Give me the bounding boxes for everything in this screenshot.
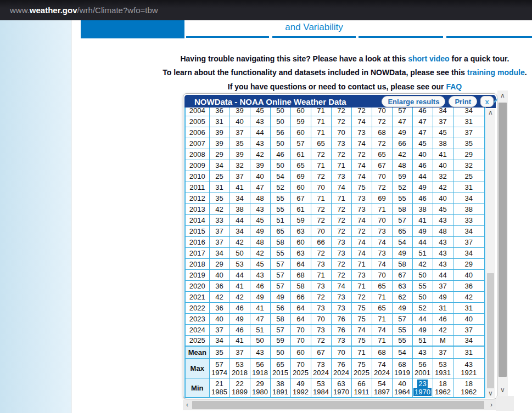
cell: 702025 [290,358,311,378]
cell: 57 [270,258,290,269]
cell: 39 [229,149,250,160]
table-row: 201734504255637273747349514334 [185,247,485,258]
faq-link[interactable]: FAQ [446,82,462,91]
cell: 71 [372,203,392,214]
scroll-down-icon[interactable]: ∨ [497,386,508,395]
cell: 44 [229,214,250,225]
cell: 37 [453,236,485,247]
table-scroll-thumb[interactable] [487,273,494,388]
cell: 75 [351,302,372,313]
cell: 47 [250,182,270,193]
cell: 70 [372,108,392,116]
scroll-left-icon[interactable]: ‹ [183,400,192,410]
enlarge-results-button[interactable]: Enlarge results [382,96,445,107]
short-video-link[interactable]: short video [408,54,449,63]
cell: 681919 [392,358,412,378]
cell: 73 [331,138,351,149]
tab-2[interactable] [186,36,269,38]
modal-title: NOWData - NOAA Online Weather Data [194,97,378,106]
scroll-up-icon[interactable]: ∧ [486,109,495,117]
cell: 221899 [229,378,250,398]
horizontal-scrollbar[interactable]: ‹ › [183,400,496,410]
row-label: 2012 [185,193,209,203]
cell: 46 [229,324,250,335]
cell: 37 [229,171,250,182]
cell: 46 [229,302,250,313]
cell: 71 [372,335,392,346]
training-module-link[interactable]: training module [467,68,525,77]
cell: 25 [209,171,229,182]
tab-4[interactable] [359,36,443,38]
cell: 25 [453,171,485,182]
table-row: 200739354350576573747266453835 [185,138,485,149]
tab-active[interactable] [81,20,184,38]
scroll-up-icon[interactable]: ∧ [497,92,508,100]
cell: 36 [209,108,229,116]
cell: 211985 [209,378,229,398]
cell: 57 [392,108,412,116]
row-label: 2011 [185,182,209,193]
cell: 58 [270,236,290,247]
cell: 46 [412,193,433,203]
horizontal-scroll-thumb[interactable] [192,401,484,409]
cell: 34 [209,335,229,346]
cell: 47 [412,127,433,138]
cell: 38 [433,138,453,149]
cell: 31 [453,302,485,313]
cell: 40 [412,149,433,160]
cell: 532018 [229,358,250,378]
cell: 47 [250,313,270,324]
cell: 231970 [412,378,433,398]
cell: 39 [209,138,229,149]
cell: 74 [351,171,372,182]
cell: 48 [392,160,412,171]
cell: 181962 [433,378,453,398]
close-icon[interactable]: x [480,96,494,107]
cell: 57 [270,324,290,335]
cell: 64 [290,313,311,324]
scroll-right-icon[interactable]: › [487,400,496,410]
cell: 49 [412,225,433,236]
cell: 45 [250,108,270,116]
cell: 63 [392,280,412,291]
tab-5[interactable] [446,36,532,38]
row-label: 2024 [185,324,209,335]
cell: 42 [412,258,433,269]
cell: 55 [270,247,290,258]
cell: 65 [372,280,392,291]
modal-header: NOWData - NOAA Online Weather Data Enlar… [184,95,496,108]
results-viewport: 2004363945506071727270574634342005314043… [184,108,486,398]
cell: 31 [209,116,229,127]
cell: 73 [331,236,351,247]
cell: 531984 [311,378,331,398]
cell: 72 [311,203,331,214]
cell: 31 [453,346,485,358]
cell: 44 [412,171,433,182]
cell: 51 [412,335,433,346]
modal-scroll-thumb[interactable] [499,103,507,377]
tab-3[interactable] [272,36,356,38]
cell: 70 [331,346,351,358]
cell: 291980 [250,378,270,398]
cell: 60 [290,236,311,247]
help-line-1-text: Having trouble navigating this site? Ple… [180,54,408,63]
cell: 562001 [412,358,433,378]
cell: 71 [351,280,372,291]
table-vertical-scrollbar[interactable]: ∧ ∨ [486,109,495,398]
scroll-down-icon[interactable]: ∨ [486,389,495,398]
cell: 39 [209,127,229,138]
cell: 73 [331,247,351,258]
help-line-2-text: To learn about the functionality and dat… [163,68,467,77]
help-line-1: Having trouble navigating this site? Ple… [158,54,531,63]
modal-vertical-scrollbar[interactable]: ∧ ∨ [497,90,508,396]
cell: 69 [372,193,392,203]
tab-3-label[interactable]: and Variability [265,22,363,33]
cell: 54 [392,346,412,358]
cell: 72 [331,225,351,236]
cell: 72 [351,225,372,236]
cell: 58 [392,258,412,269]
print-button[interactable]: Print [449,96,477,107]
cell: 49 [250,225,270,236]
url-bar: www.weather.gov/wrh/Climate?wfo=tbw [0,0,532,20]
cell: 34 [453,225,485,236]
